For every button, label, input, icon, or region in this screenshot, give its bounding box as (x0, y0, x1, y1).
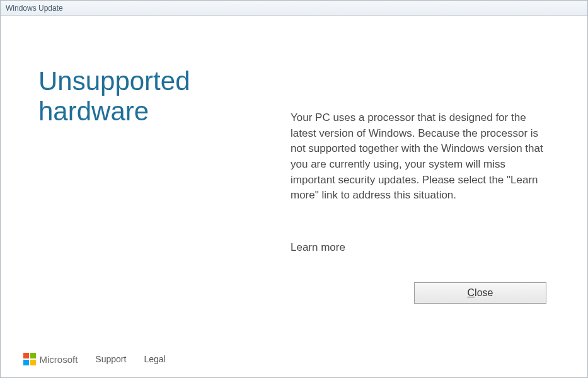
heading-column: Unsupported hardware (38, 66, 265, 347)
logo-square-blue (23, 360, 29, 365)
titlebar: Windows Update (1, 1, 587, 16)
learn-more-link[interactable]: Learn more (291, 241, 345, 254)
logo-square-green (30, 353, 36, 358)
window-title: Windows Update (6, 4, 63, 13)
body-column: Your PC uses a processor that is designe… (291, 66, 550, 347)
dialog-window: Windows Update Unsupported hardware Your… (0, 0, 588, 378)
button-row: Close (291, 282, 550, 304)
close-label-rest: lose (475, 287, 493, 298)
close-mnemonic: C (468, 287, 475, 298)
support-link[interactable]: Support (95, 354, 126, 364)
body-text: Your PC uses a processor that is designe… (291, 110, 550, 203)
content-area: Unsupported hardware Your PC uses a proc… (1, 16, 587, 347)
microsoft-logo-icon (23, 353, 36, 365)
logo-square-yellow (30, 360, 36, 365)
microsoft-logo-text: Microsoft (40, 354, 78, 365)
page-heading: Unsupported hardware (38, 66, 265, 127)
close-button[interactable]: Close (414, 282, 546, 304)
microsoft-logo: Microsoft (23, 353, 78, 365)
footer: Microsoft Support Legal (1, 347, 587, 377)
logo-square-red (23, 353, 29, 358)
legal-link[interactable]: Legal (144, 354, 165, 364)
